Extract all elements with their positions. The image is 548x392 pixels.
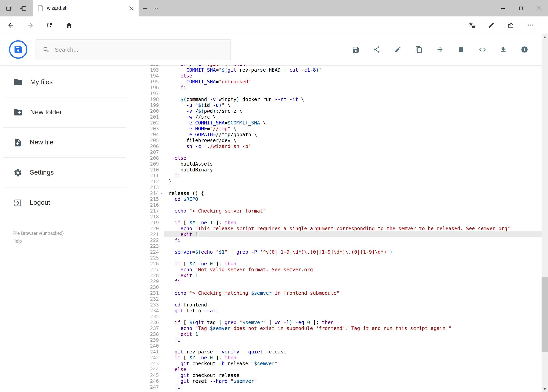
code-line[interactable]: git checkout -b release "$semver" [164, 360, 541, 366]
tab-dropdown-button[interactable] [151, 0, 162, 16]
code-line[interactable]: if [ -d ".git" ]; then [164, 65, 541, 67]
copy-button[interactable] [412, 43, 425, 56]
scroll-thumb[interactable] [541, 277, 548, 352]
code-line[interactable]: -e COMMIT_SHA=$COMMIT_SHA \ [164, 120, 541, 126]
code-line[interactable]: echo "Tag $semver does not exist in subm… [164, 325, 541, 331]
app-logo[interactable] [9, 40, 28, 59]
code-line[interactable]: fi [164, 237, 541, 243]
move-button[interactable] [433, 43, 447, 56]
code-line[interactable]: else [164, 73, 541, 79]
code-line[interactable]: fi [164, 173, 541, 178]
more-options-button[interactable] [524, 18, 537, 32]
info-button[interactable] [518, 43, 531, 56]
edit-button[interactable] [391, 43, 404, 56]
code-line[interactable] [164, 243, 541, 249]
code-line[interactable]: exit 1 [164, 231, 541, 237]
tab-close-button[interactable] [127, 4, 135, 12]
gutter-line-number: 237 [133, 325, 161, 331]
minimize-button[interactable] [494, 0, 512, 16]
code-line[interactable]: git rev-parse --verify --quiet release [164, 349, 541, 355]
code-line[interactable] [164, 343, 541, 349]
code-line[interactable] [164, 202, 541, 208]
favorites-hub-button[interactable] [465, 18, 478, 32]
code-line[interactable] [164, 149, 541, 155]
page-scrollbar[interactable] [541, 34, 548, 392]
sidebar-item-new-file[interactable]: New file [3, 127, 126, 157]
code-line[interactable]: COMMIT_SHA="$(git rev-parse HEAD | cut -… [164, 67, 541, 73]
code-line[interactable] [164, 296, 541, 302]
download-button[interactable] [497, 43, 510, 56]
code-line[interactable]: if [ $? -ne 0 ]; then [164, 261, 541, 266]
code-line[interactable]: exit 1 [164, 273, 541, 278]
code-line[interactable]: $(command -v winpty) docker run --rm -it… [164, 96, 541, 102]
scroll-down-button[interactable] [541, 385, 548, 392]
code-line[interactable]: cd $REPO [164, 196, 541, 202]
code-line[interactable]: -w //src \ [164, 114, 541, 120]
scroll-up-button[interactable] [541, 34, 548, 41]
code-line[interactable]: -e HOME="//tmp" \ [164, 126, 541, 132]
code-line[interactable]: cd frontend [164, 302, 541, 308]
code-line[interactable]: else [164, 366, 541, 372]
browser-tab[interactable]: wizard.sh [33, 0, 139, 16]
code-line[interactable]: if [ $# -ne 1 ]; then [164, 220, 541, 225]
code-line[interactable]: COMMIT_SHA="untracked" [164, 79, 541, 84]
back-button[interactable] [4, 18, 17, 32]
forward-button[interactable] [23, 18, 37, 32]
save-button[interactable] [349, 43, 362, 56]
help-link[interactable]: Help [13, 238, 64, 244]
annotate-pen-button[interactable] [485, 18, 498, 32]
code-line[interactable]: echo "> Checking matching $semver in fro… [164, 290, 541, 296]
new-tab-button[interactable] [139, 0, 151, 16]
code-view-button[interactable] [476, 43, 489, 56]
code-line[interactable]: -e GOPATH=//tmp/gopath \ [164, 132, 541, 137]
code-line[interactable] [164, 91, 541, 96]
gutter-line-number: 236 [133, 319, 161, 325]
code-line[interactable]: fi [164, 84, 541, 91]
code-line[interactable] [164, 214, 541, 220]
code-line[interactable]: buildAssets [164, 161, 541, 167]
code-line[interactable]: release () { [164, 190, 541, 196]
code-line[interactable]: } [164, 178, 541, 184]
refresh-button[interactable] [43, 18, 56, 32]
code-line[interactable] [164, 255, 541, 261]
share-button[interactable] [370, 43, 383, 56]
code-line[interactable]: git reset --hard "$semver" [164, 378, 541, 384]
code-line[interactable]: fi [164, 278, 541, 284]
code-line[interactable]: echo "Not valid semver format. See semve… [164, 266, 541, 273]
code-line[interactable]: buildBinary [164, 167, 541, 173]
code-line[interactable]: sh -c "./wizard.sh -b" [164, 143, 541, 149]
code-line[interactable]: echo "This release script requires a sin… [164, 225, 541, 231]
fold-marker-icon[interactable]: ▾ [161, 191, 163, 196]
code-line[interactable]: -v /$(pwd):/src:z \ [164, 108, 541, 114]
code-line[interactable]: filebrowser/dev \ [164, 137, 541, 143]
close-window-button[interactable] [530, 0, 548, 16]
delete-button[interactable] [454, 43, 468, 56]
code-line[interactable]: exit 1 [164, 331, 541, 337]
code-line[interactable] [164, 284, 541, 290]
tabs-aside-button[interactable] [17, 0, 29, 16]
code-editor[interactable]: 1921931941951961971981992002012022032042… [133, 65, 541, 392]
code-line[interactable]: if [ $? -ne 0 ]; then [164, 355, 541, 360]
sidebar-item-my-files[interactable]: My files [3, 67, 126, 97]
info-icon [521, 46, 528, 53]
code-line[interactable]: fi [164, 337, 541, 343]
search-input[interactable] [54, 46, 230, 53]
search-box[interactable] [36, 39, 231, 60]
sidebar-item-logout[interactable]: Logout [3, 188, 126, 218]
code-line[interactable]: git checkout release [164, 372, 541, 378]
code-line[interactable]: fi [164, 384, 541, 390]
sidebar-item-new-folder[interactable]: New folder [3, 97, 126, 127]
code-line[interactable]: echo "> Checking semver format" [164, 208, 541, 214]
code-line[interactable] [164, 314, 541, 319]
code-line[interactable]: if [ $(git tag | grep "$semver" | wc -l)… [164, 319, 541, 325]
code-line[interactable]: semver=$(echo "$1" | grep -P '^v(0|[1-9]… [164, 249, 541, 255]
home-button[interactable] [62, 18, 76, 32]
code-line[interactable]: git fetch --all [164, 308, 541, 314]
maximize-button[interactable] [512, 0, 530, 16]
tab-preview-button[interactable] [3, 0, 15, 16]
code-line[interactable]: else [164, 155, 541, 161]
sidebar-item-settings[interactable]: Settings [3, 157, 126, 188]
code-line[interactable]: -u "$(id -u)" \ [164, 102, 541, 108]
code-line[interactable] [164, 184, 541, 190]
share-page-button[interactable] [504, 18, 518, 32]
